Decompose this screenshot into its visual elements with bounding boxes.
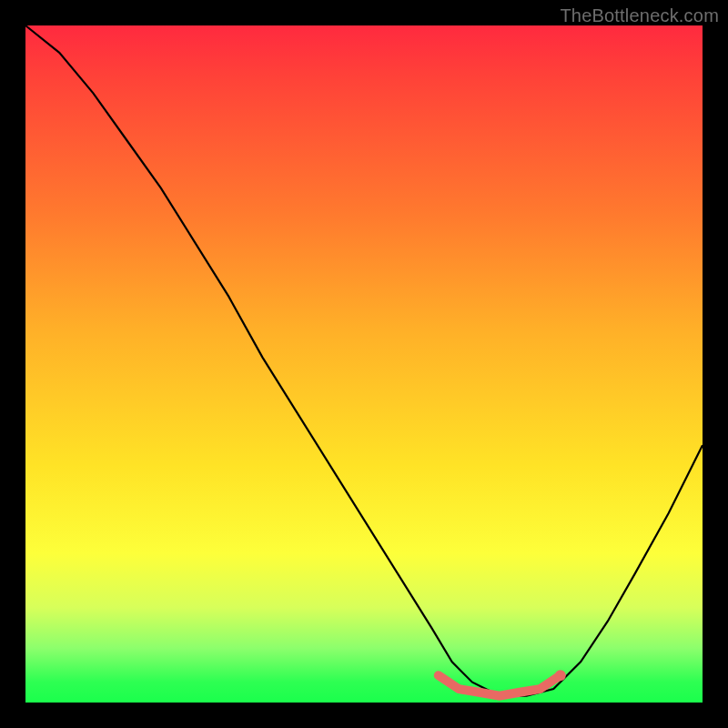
- chart-frame: TheBottleneck.com: [0, 0, 728, 728]
- bottleneck-curve: [25, 25, 703, 696]
- highlight-dot: [555, 670, 566, 681]
- curve-layer: [25, 25, 703, 703]
- watermark-text: TheBottleneck.com: [560, 5, 719, 26]
- plot-area: [25, 25, 703, 703]
- highlight-band: [439, 675, 561, 695]
